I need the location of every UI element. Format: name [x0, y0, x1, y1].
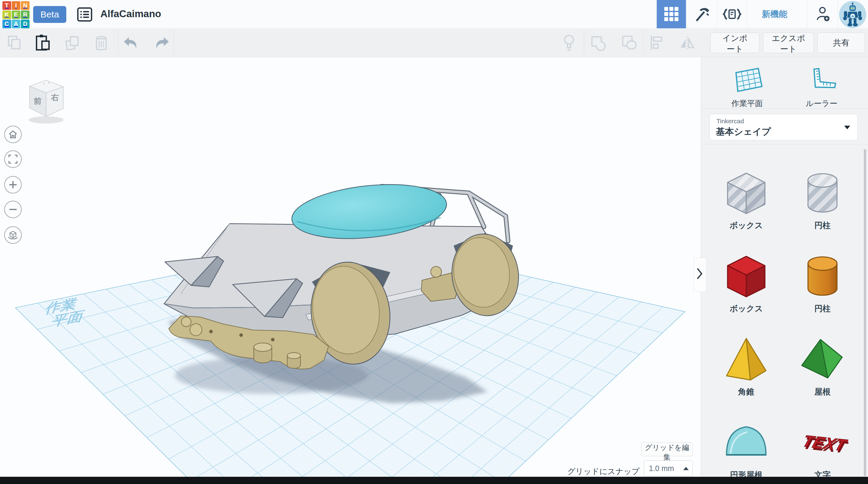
logo-tile: R	[21, 10, 30, 19]
share-button[interactable]: 共有	[817, 33, 865, 53]
panel-collapse-toggle[interactable]	[693, 258, 706, 292]
cylinder-hole-icon	[797, 167, 848, 219]
box-hole-icon	[720, 167, 772, 219]
panel-divider	[701, 144, 868, 144]
panel-scrollbar[interactable]	[864, 149, 866, 476]
export-button[interactable]: エクスポート	[763, 33, 814, 53]
dashboard-grid-button[interactable]	[657, 0, 686, 28]
ruler-icon	[805, 66, 838, 95]
header-separator	[747, 0, 747, 28]
grid-icon	[664, 6, 679, 22]
logo-tile: D	[21, 20, 30, 28]
lightbulb-icon	[562, 34, 576, 52]
shape-tile-box[interactable]: ボックス	[709, 246, 784, 318]
tinkercad-logo[interactable]: TINKERCAD	[2, 1, 30, 28]
minus-icon	[9, 205, 17, 214]
ruler-tool-label: ルーラー	[788, 98, 855, 109]
shape-tile-text[interactable]: TEXT TEXT 文字	[785, 412, 860, 484]
viewcube-front-face[interactable]: 前	[33, 96, 41, 105]
show-all-button[interactable]	[559, 33, 579, 53]
duplicate-button[interactable]	[62, 33, 82, 53]
group-button[interactable]	[588, 33, 608, 53]
snap-grid-select[interactable]: 1.0 mm	[644, 460, 692, 476]
robot-avatar-icon	[839, 1, 866, 28]
undo-icon	[123, 36, 140, 50]
caret-up-icon	[683, 467, 689, 470]
logo-tile: T	[2, 1, 11, 10]
workplane-tool-label: 作業平面	[714, 98, 780, 109]
logo-tile: K	[2, 10, 11, 19]
group-icon	[589, 34, 607, 52]
shape-tile-cylinder[interactable]: 円柱	[785, 246, 860, 318]
box-icon	[720, 250, 772, 302]
edit-toolbar: インポート エクスポート 共有	[0, 29, 868, 57]
minecraft-export-button[interactable]	[687, 0, 716, 28]
perspective-toggle-button[interactable]	[4, 226, 22, 244]
import-button[interactable]: インポート	[710, 33, 760, 53]
shapes-panel: 作業平面 ルーラー Tinkercad 基本シェイプ ボック	[701, 57, 868, 484]
shape-label: 屋根	[785, 386, 860, 397]
workplane-tool-button[interactable]: 作業平面	[714, 64, 780, 111]
add-person-icon	[814, 5, 832, 24]
user-avatar[interactable]	[839, 1, 866, 28]
ruler-tool-button[interactable]: ルーラー	[788, 64, 855, 111]
viewcube-right-face[interactable]: 右	[51, 93, 59, 102]
redo-button[interactable]	[152, 33, 172, 53]
roof-icon	[797, 333, 848, 385]
undo-button[interactable]	[121, 33, 141, 53]
top-header: TINKERCAD Beta AlfaCaimano	[0, 0, 868, 28]
cylinder-icon	[797, 250, 848, 302]
zoom-in-button[interactable]	[4, 176, 22, 193]
edit-grid-button[interactable]: グリッドを編集	[641, 443, 693, 456]
shape-label: 角錐	[709, 386, 784, 397]
redo-icon	[153, 36, 170, 50]
toolbar-separator	[644, 31, 644, 55]
home-view-button[interactable]	[4, 126, 22, 143]
panel-divider	[701, 109, 868, 109]
mirror-icon	[678, 35, 696, 50]
chevron-right-icon	[695, 267, 704, 280]
paste-button[interactable]	[33, 33, 53, 53]
view-cube[interactable]: 前 右	[18, 75, 75, 133]
shape-tile-cylinder-hole[interactable]: 円柱	[785, 163, 860, 235]
copy-button[interactable]	[4, 33, 24, 53]
beta-button[interactable]: Beta	[33, 6, 66, 23]
library-brand: Tinkercad	[716, 118, 744, 125]
design-title: AlfaCaimano	[100, 8, 161, 20]
list-icon	[76, 7, 93, 22]
delete-button[interactable]	[91, 33, 111, 53]
shape-library-select[interactable]: Tinkercad 基本シェイプ	[710, 114, 858, 141]
logo-tile: N	[21, 1, 30, 10]
shape-tile-pyramid[interactable]: 角錐	[709, 329, 784, 401]
shape-tile-roof[interactable]: 屋根	[785, 329, 860, 401]
snap-grid-value: 1.0 mm	[649, 464, 674, 473]
codeblocks-button[interactable]	[718, 0, 746, 28]
shape-tile-round-roof[interactable]: 円形屋根	[709, 412, 784, 484]
header-separator	[807, 0, 807, 28]
align-button[interactable]	[647, 33, 666, 53]
logo-tile: A	[12, 20, 21, 28]
caret-down-icon	[844, 126, 850, 129]
toolbar-separator	[174, 31, 174, 55]
codeblocks-icon	[723, 6, 741, 23]
ungroup-button[interactable]	[619, 33, 639, 53]
library-name: 基本シェイプ	[716, 126, 771, 138]
copy-icon	[6, 35, 23, 51]
perspective-cube-icon	[8, 230, 18, 240]
logo-tile: C	[2, 20, 11, 28]
tinkercad-app: { "header": { "logo": { "letters": ["T",…	[0, 0, 868, 484]
invite-user-button[interactable]	[808, 0, 837, 28]
toolbar-separator	[118, 31, 119, 55]
whats-new-link[interactable]: 新機能	[762, 0, 787, 28]
mirror-button[interactable]	[677, 33, 697, 53]
zoom-out-button[interactable]	[4, 201, 22, 218]
shape-label: 円柱	[785, 220, 860, 231]
header-separator	[838, 0, 838, 28]
background-window-strip	[0, 477, 868, 484]
fit-view-button[interactable]	[4, 150, 22, 168]
design-menu-button[interactable]	[76, 7, 93, 23]
duplicate-icon	[64, 35, 80, 51]
workplane-icon	[731, 66, 764, 95]
shape-tile-box-hole[interactable]: ボックス	[709, 163, 784, 235]
logo-tile: I	[12, 1, 21, 10]
